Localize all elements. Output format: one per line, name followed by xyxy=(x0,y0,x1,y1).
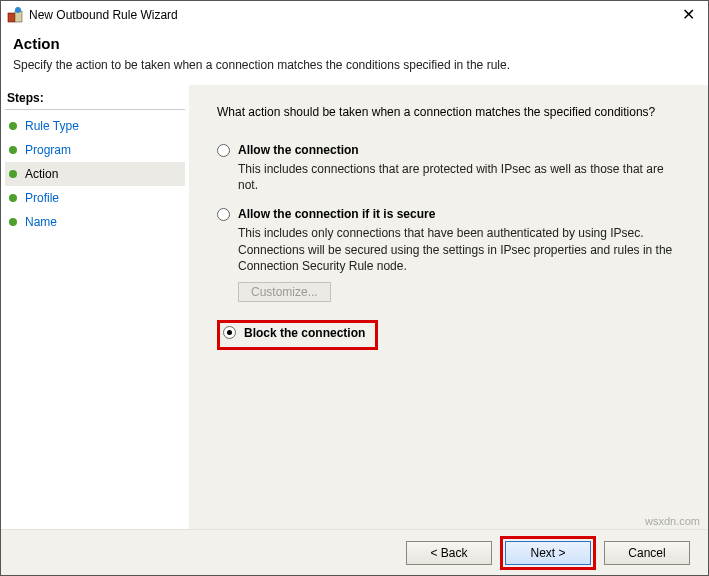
step-name[interactable]: Name xyxy=(5,210,185,234)
option-allow-desc: This includes connections that are prote… xyxy=(238,161,678,193)
option-allow-label: Allow the connection xyxy=(238,143,359,157)
wizard-header: Action Specify the action to be taken wh… xyxy=(1,29,708,84)
action-prompt: What action should be taken when a conne… xyxy=(217,105,688,119)
page-subtitle: Specify the action to be taken when a co… xyxy=(13,58,696,72)
option-allow-secure-desc: This includes only connections that have… xyxy=(238,225,678,274)
wizard-footer: < Back Next > Cancel xyxy=(1,529,708,575)
bullet-icon xyxy=(9,218,17,226)
radio-allow[interactable] xyxy=(217,144,230,157)
step-profile[interactable]: Profile xyxy=(5,186,185,210)
bullet-icon xyxy=(9,194,17,202)
bullet-icon xyxy=(9,122,17,130)
bullet-icon xyxy=(9,170,17,178)
step-label: Name xyxy=(25,215,57,229)
next-button[interactable]: Next > xyxy=(505,541,591,565)
svg-point-2 xyxy=(15,7,21,13)
option-allow-secure-label: Allow the connection if it is secure xyxy=(238,207,435,221)
app-icon xyxy=(7,7,23,23)
radio-allow-secure[interactable] xyxy=(217,208,230,221)
option-allow[interactable]: Allow the connection This includes conne… xyxy=(217,143,688,193)
step-label: Action xyxy=(25,167,58,181)
option-block[interactable]: Block the connection xyxy=(217,320,688,351)
wizard-body: Steps: Rule Type Program Action Profile … xyxy=(1,84,708,530)
close-icon[interactable]: ✕ xyxy=(674,2,702,28)
step-action[interactable]: Action xyxy=(5,162,185,186)
radio-block[interactable] xyxy=(223,326,236,339)
cancel-button[interactable]: Cancel xyxy=(604,541,690,565)
back-button[interactable]: < Back xyxy=(406,541,492,565)
window-title: New Outbound Rule Wizard xyxy=(29,8,674,22)
customize-button: Customize... xyxy=(238,282,331,302)
option-allow-secure[interactable]: Allow the connection if it is secure Thi… xyxy=(217,207,688,302)
page-title: Action xyxy=(13,35,696,52)
step-label: Rule Type xyxy=(25,119,79,133)
step-rule-type[interactable]: Rule Type xyxy=(5,114,185,138)
step-label: Profile xyxy=(25,191,59,205)
titlebar: New Outbound Rule Wizard ✕ xyxy=(1,1,708,29)
svg-rect-0 xyxy=(8,13,15,22)
steps-heading: Steps: xyxy=(5,91,185,110)
step-label: Program xyxy=(25,143,71,157)
option-block-label: Block the connection xyxy=(244,326,365,340)
bullet-icon xyxy=(9,146,17,154)
step-program[interactable]: Program xyxy=(5,138,185,162)
content-pane: What action should be taken when a conne… xyxy=(189,85,708,530)
steps-sidebar: Steps: Rule Type Program Action Profile … xyxy=(1,85,189,530)
